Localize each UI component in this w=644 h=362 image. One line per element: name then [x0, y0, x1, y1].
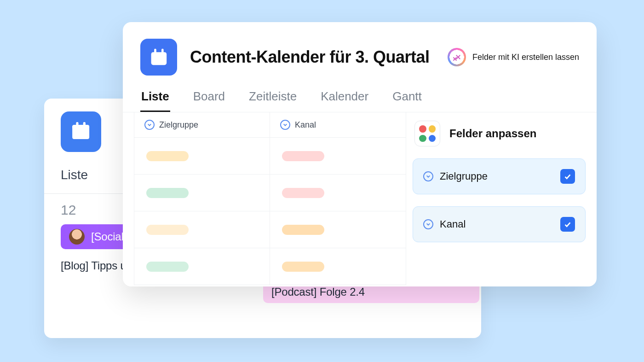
panel-title: Felder anpassen	[449, 127, 536, 140]
tab-kalender[interactable]: Kalender	[320, 89, 369, 112]
value-chip	[146, 188, 189, 198]
cell[interactable]	[134, 138, 270, 175]
svg-rect-5	[154, 48, 156, 53]
column-label: Kanal	[295, 120, 316, 130]
cell[interactable]	[270, 138, 406, 175]
column-kanal: Kanal	[270, 112, 406, 285]
customize-fields-panel: Felder anpassen Zielgruppe Kanal	[413, 121, 586, 254]
column-label: Zielgruppe	[159, 120, 198, 130]
svg-rect-4	[151, 52, 167, 65]
tab-zeitleiste[interactable]: Zeitleiste	[248, 89, 298, 112]
value-chip	[146, 225, 189, 235]
ai-button-label: Felder mit KI erstellen lassen	[472, 53, 579, 62]
chevron-down-icon	[423, 219, 433, 229]
chevron-down-icon	[280, 120, 290, 130]
value-chip	[282, 262, 324, 272]
sparkle-icon	[448, 48, 466, 66]
tab-liste[interactable]: Liste	[140, 89, 170, 112]
ai-generate-fields-button[interactable]: Felder mit KI erstellen lassen	[448, 48, 579, 66]
field-label: Kanal	[440, 218, 466, 230]
cell[interactable]	[270, 175, 406, 211]
cell[interactable]	[270, 248, 406, 285]
calendar-app-icon	[61, 111, 101, 152]
cell[interactable]	[134, 248, 270, 285]
value-chip	[146, 262, 189, 272]
fields-icon	[414, 121, 440, 146]
field-label: Zielgruppe	[440, 170, 488, 182]
calendar-app-icon	[140, 39, 177, 76]
project-window: Content-Kalender für 3. Quartal Felder m…	[123, 22, 597, 286]
column-header[interactable]: Zielgruppe	[134, 112, 270, 138]
task-label: [Podcast] Folge 2.4	[271, 286, 365, 298]
value-chip	[282, 188, 324, 198]
svg-rect-1	[73, 125, 90, 129]
tab-board[interactable]: Board	[192, 89, 226, 112]
checkbox-checked[interactable]	[560, 217, 575, 232]
svg-rect-3	[83, 122, 86, 127]
field-toggle-zielgruppe[interactable]: Zielgruppe	[413, 158, 586, 194]
cell[interactable]	[134, 211, 270, 248]
page-title: Content-Kalender für 3. Quartal	[190, 47, 435, 67]
avatar	[69, 229, 85, 245]
view-tabs: Liste Board Zeitleiste Kalender Gantt	[123, 89, 597, 112]
cell[interactable]	[270, 211, 406, 248]
chevron-down-icon	[423, 171, 433, 181]
tab-gantt[interactable]: Gantt	[391, 89, 423, 112]
svg-rect-2	[76, 122, 79, 127]
checkbox-checked[interactable]	[560, 169, 575, 184]
value-chip	[282, 151, 324, 161]
chevron-down-icon	[144, 120, 155, 130]
svg-rect-6	[161, 48, 164, 53]
cell[interactable]	[134, 175, 270, 211]
value-chip	[282, 225, 324, 235]
field-toggle-kanal[interactable]: Kanal	[413, 206, 586, 242]
value-chip	[146, 151, 189, 161]
column-zielgruppe: Zielgruppe	[134, 112, 270, 285]
column-header[interactable]: Kanal	[270, 112, 406, 138]
